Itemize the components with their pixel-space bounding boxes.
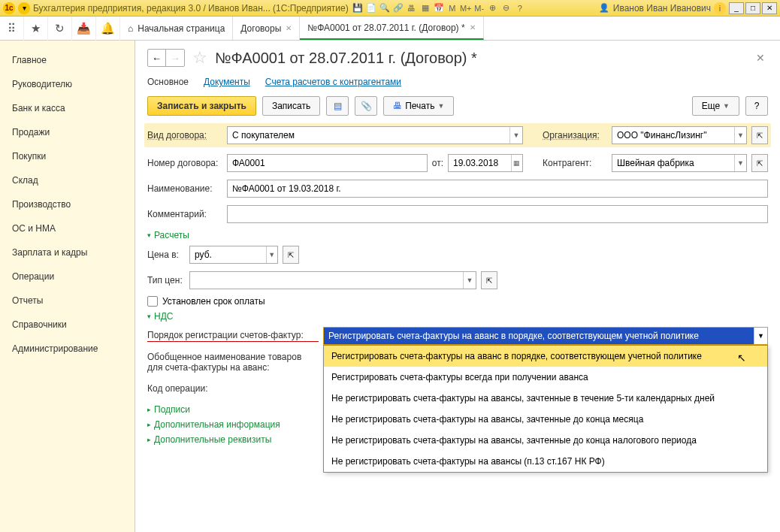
chevron-down-icon[interactable]: ▼ (734, 155, 746, 171)
save-close-button[interactable]: Записать и закрыть (147, 96, 256, 116)
link-icon[interactable]: 🔗 (392, 2, 404, 14)
close-icon[interactable]: ✕ (286, 24, 292, 32)
price-type-select[interactable]: ▼ (189, 271, 476, 289)
apps-icon[interactable]: ⠿ (0, 17, 24, 41)
dropdown-option[interactable]: Не регистрировать счета-фактуры на аванс… (324, 430, 767, 451)
sidebar: Главное Руководителю Банк и касса Продаж… (0, 41, 135, 532)
dropdown-option[interactable]: Регистрировать счета-фактуры всегда при … (324, 367, 767, 388)
close-button[interactable]: ✕ (762, 2, 777, 14)
inbox-icon[interactable]: 📥 (72, 17, 96, 41)
favorite-star-icon[interactable]: ☆ (192, 48, 207, 68)
sidebar-item-assets[interactable]: ОС и НМА (0, 216, 135, 240)
chevron-down-icon: ▼ (723, 102, 730, 110)
tab-contracts[interactable]: Договоры ✕ (233, 17, 300, 40)
more-button[interactable]: Еще ▼ (692, 96, 739, 116)
back-button[interactable]: ← (148, 50, 166, 66)
sidebar-item-main[interactable]: Главное (0, 48, 135, 72)
sidebar-item-manager[interactable]: Руководителю (0, 72, 135, 96)
form-icon-button[interactable]: ▤ (326, 96, 349, 116)
chevron-down-icon[interactable]: ▼ (734, 127, 746, 144)
sidebar-item-reports[interactable]: Отчеты (0, 289, 135, 313)
sidebar-item-admin[interactable]: Администрирование (0, 337, 135, 361)
zoom-in-icon[interactable]: ⊕ (487, 2, 499, 14)
invoice-order-combo[interactable]: Регистрировать счета-фактуры на аванс в … (323, 327, 768, 345)
chevron-down-icon: ▼ (438, 102, 445, 110)
app-icon: 1c (3, 2, 15, 14)
maximize-button[interactable]: □ (745, 2, 760, 14)
dropdown-option[interactable]: Не регистрировать счета-фактуры на аванс… (324, 388, 767, 409)
term-checkbox[interactable] (147, 296, 158, 307)
subtab-main[interactable]: Основное (147, 77, 189, 87)
number-input[interactable] (227, 154, 428, 172)
minimize-button[interactable]: _ (729, 2, 744, 14)
dropdown-option[interactable]: Не регистрировать счета-фактуры на аванс… (324, 409, 767, 430)
expand-button[interactable]: ⇱ (481, 271, 497, 289)
name-input[interactable] (227, 180, 768, 198)
dropdown-option[interactable]: Регистрировать счета-фактуры на аванс в … (324, 346, 767, 367)
sidebar-item-purchases[interactable]: Покупки (0, 144, 135, 168)
close-icon[interactable]: ✕ (470, 23, 476, 32)
tab-home[interactable]: ⌂ Начальная страница (120, 17, 233, 40)
sidebar-item-salary[interactable]: Зарплата и кадры (0, 240, 135, 264)
save-icon[interactable]: 💾 (352, 2, 364, 14)
sidebar-item-warehouse[interactable]: Склад (0, 168, 135, 192)
search-icon[interactable]: 🔍 (379, 2, 391, 14)
date-input[interactable]: ▦ (448, 154, 523, 172)
label-gen-name2: для счета-фактуры на аванс: (147, 362, 319, 373)
label-price-in: Цена в: (147, 249, 185, 260)
subtabs: Основное Документы Счета расчетов с конт… (147, 77, 768, 87)
page-close-button[interactable]: ✕ (756, 52, 768, 64)
org-select[interactable]: ▼ (612, 126, 747, 144)
expand-button[interactable]: ⇱ (751, 154, 768, 172)
dropdown-option[interactable]: Не регистрировать счета-фактуры на аванс… (324, 451, 767, 472)
sidebar-item-operations[interactable]: Операции (0, 264, 135, 289)
zoom-out-icon[interactable]: ⊖ (500, 2, 512, 14)
label-gen-name1: Обобщенное наименование товаров (147, 352, 319, 362)
chevron-down-icon[interactable]: ▼ (266, 246, 277, 263)
calendar-icon[interactable]: ▦ (511, 155, 522, 171)
action-bar: Записать и закрыть Записать ▤ 📎 🖶 Печать… (147, 96, 768, 116)
save-button[interactable]: Записать (262, 96, 320, 116)
label-price-type: Тип цен: (147, 275, 185, 286)
nav-arrows: ← → (147, 49, 185, 67)
tab-current[interactable]: №ФА0001 от 28.07.2011 г. (Договор) * ✕ (300, 17, 483, 40)
tool-icon[interactable]: 📄 (365, 2, 377, 14)
mminus-btn[interactable]: M- (473, 2, 485, 14)
mplus-btn[interactable]: M+ (460, 2, 472, 14)
label-comment: Комментарий: (147, 209, 222, 219)
info-icon[interactable]: i (714, 2, 726, 14)
star-icon[interactable]: ★ (24, 17, 48, 41)
history-icon[interactable]: ↻ (48, 17, 72, 41)
calendar-icon[interactable]: 📅 (433, 2, 445, 14)
currency-select[interactable]: ▼ (189, 246, 278, 264)
chevron-down-icon[interactable]: ▼ (509, 127, 522, 144)
expand-button[interactable]: ⇱ (751, 126, 768, 144)
print-icon[interactable]: 🖶 (406, 2, 418, 14)
bell-icon[interactable]: 🔔 (96, 17, 120, 41)
contract-type-select[interactable]: ▼ (227, 126, 523, 144)
sidebar-item-catalogs[interactable]: Справочники (0, 313, 135, 337)
chevron-down-icon[interactable]: ▼ (463, 272, 476, 289)
combo-selected[interactable]: Регистрировать счета-фактуры на аванс в … (324, 328, 754, 344)
table-icon[interactable]: ▦ (419, 2, 431, 14)
forward-button[interactable]: → (166, 50, 184, 66)
chevron-down-icon[interactable]: ▼ (754, 328, 767, 344)
contragent-select[interactable]: ▼ (612, 154, 747, 172)
sidebar-item-production[interactable]: Производство (0, 192, 135, 216)
collapse-vat[interactable]: НДС (147, 311, 768, 322)
sidebar-item-sales[interactable]: Продажи (0, 120, 135, 144)
expand-button[interactable]: ⇱ (283, 246, 299, 264)
m-btn[interactable]: M (446, 2, 458, 14)
subtab-accounts[interactable]: Счета расчетов с контрагентами (265, 77, 401, 87)
subtab-docs[interactable]: Документы (204, 77, 250, 87)
home-icon: ⌂ (128, 23, 133, 34)
collapse-calc[interactable]: Расчеты (147, 230, 768, 240)
comment-input[interactable] (227, 205, 768, 223)
whatsthis-icon[interactable]: ? (514, 2, 526, 14)
print-button[interactable]: 🖶 Печать ▼ (383, 96, 454, 116)
label-number: Номер договора: (147, 158, 222, 168)
dropdown-icon[interactable]: ▾ (18, 2, 30, 14)
help-button[interactable]: ? (745, 96, 768, 116)
attach-button[interactable]: 📎 (355, 96, 377, 116)
sidebar-item-bank[interactable]: Банк и касса (0, 96, 135, 120)
